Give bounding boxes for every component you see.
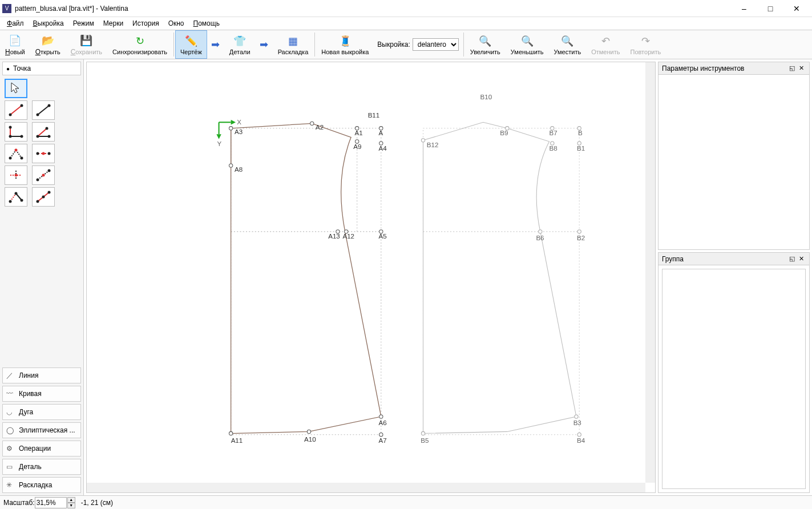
svg-text:Y: Y <box>217 140 221 147</box>
svg-point-22 <box>37 152 39 155</box>
svg-text:X: X <box>237 119 241 126</box>
svg-point-72 <box>379 433 383 436</box>
scale-input[interactable] <box>35 497 67 508</box>
svg-point-34 <box>9 200 12 203</box>
title-bar: V pattern_blusa.val [bra.vit*] - Valenti… <box>0 0 812 17</box>
svg-point-8 <box>9 135 12 138</box>
svg-point-70 <box>379 415 383 418</box>
svg-point-29 <box>37 179 39 181</box>
pattern-combo[interactable]: delantero <box>413 38 459 51</box>
svg-text:A1: A1 <box>354 130 362 136</box>
menu-measurements[interactable]: Мерки <box>99 18 128 29</box>
point-section-label: Точка <box>13 64 31 72</box>
menu-mode[interactable]: Режим <box>68 18 99 29</box>
svg-point-95 <box>577 230 581 233</box>
open-folder-icon: 📂 <box>41 34 55 47</box>
close-panel-icon[interactable]: ✕ <box>797 64 806 73</box>
layout-icon: ▦ <box>286 34 300 48</box>
category-elliptic-label: Эллиптическая ... <box>19 426 75 434</box>
svg-point-31 <box>48 169 51 172</box>
minimize-button[interactable]: – <box>731 0 757 17</box>
arrow-right-icon: ➡ <box>257 38 271 51</box>
pattern-svg: X Y A3 A2 A1 A A9 A4 A8 A13 A12 <box>87 62 645 476</box>
layout-mode-button[interactable]: ▦ Раскладка <box>273 30 314 59</box>
svg-text:A13: A13 <box>328 233 340 240</box>
drawing-canvas[interactable]: X Y A3 A2 A1 A A9 A4 A8 A13 A12 <box>86 62 656 493</box>
sync-button[interactable]: ↻ Синхронизировать <box>107 30 172 59</box>
point-bisector-tool[interactable] <box>5 144 27 163</box>
category-detail[interactable]: ▭Деталь <box>2 459 81 475</box>
maximize-button[interactable]: □ <box>757 0 783 17</box>
category-line[interactable]: ／Линия <box>2 367 81 383</box>
svg-text:B7: B7 <box>550 130 558 136</box>
point-segment-tool[interactable] <box>32 100 55 120</box>
svg-line-32 <box>10 193 16 201</box>
close-panel-icon[interactable]: ✕ <box>797 255 806 264</box>
horizontal-scrollbar[interactable] <box>87 483 645 492</box>
svg-text:A10: A10 <box>304 436 316 443</box>
svg-marker-44 <box>216 134 221 139</box>
pattern-combo-label: Выкройка: <box>377 41 410 49</box>
svg-point-74 <box>307 430 310 433</box>
svg-text:A4: A4 <box>379 145 387 152</box>
undock-icon[interactable]: ◱ <box>787 255 797 264</box>
svg-point-2 <box>21 104 23 107</box>
point-shoulder-tool[interactable] <box>32 144 55 163</box>
save-button[interactable]: 💾 Сохранить <box>66 30 107 59</box>
zoom-in-button[interactable]: 🔍 Увеличить <box>465 30 506 59</box>
svg-point-99 <box>577 433 581 436</box>
svg-text:B4: B4 <box>577 437 585 444</box>
zoom-fit-button[interactable]: 🔍 Уместить <box>549 30 587 59</box>
open-button[interactable]: 📂 Открыть <box>30 30 66 59</box>
svg-text:B1: B1 <box>577 145 585 152</box>
close-button[interactable]: ✕ <box>783 0 810 17</box>
svg-text:B12: B12 <box>427 142 439 148</box>
pointer-tool[interactable] <box>5 79 27 98</box>
svg-point-27 <box>15 174 18 177</box>
detail-icon: ▭ <box>6 463 15 471</box>
menu-window[interactable]: Окно <box>164 18 189 29</box>
new-pattern-button[interactable]: 🧵 Новая выкройка <box>316 30 374 59</box>
layout-small-icon: ✳ <box>6 481 15 489</box>
svg-line-0 <box>10 106 22 115</box>
category-elliptic[interactable]: ◯Эллиптическая ... <box>2 422 81 438</box>
zoom-out-icon: 🔍 <box>520 34 534 48</box>
point-angle-tool[interactable] <box>32 122 55 142</box>
undock-icon[interactable]: ◱ <box>787 64 797 73</box>
point-midpoint-tool[interactable] <box>32 187 55 207</box>
menu-pattern[interactable]: Выкройка <box>29 18 68 29</box>
vertical-scrollbar[interactable] <box>645 62 655 483</box>
svg-point-20 <box>21 157 23 160</box>
svg-text:A11: A11 <box>231 437 243 444</box>
category-layout[interactable]: ✳Раскладка <box>2 477 81 493</box>
new-button[interactable]: 📄 Новый <box>0 30 30 59</box>
zoom-out-button[interactable]: 🔍 Уменьшить <box>506 30 549 59</box>
svg-text:A2: A2 <box>316 124 324 131</box>
menu-history[interactable]: История <box>128 18 164 29</box>
menu-file[interactable]: Файл <box>2 18 29 29</box>
category-arc[interactable]: ◡Дуга <box>2 404 81 420</box>
point-perp-tool[interactable] <box>5 122 27 142</box>
point-intersect-tool[interactable] <box>5 165 27 185</box>
draw-mode-button[interactable]: ✏️ Чертёж <box>175 30 207 59</box>
redo-button[interactable]: ↷ Повторить <box>625 30 666 59</box>
app-icon: V <box>2 4 11 13</box>
svg-text:A3: A3 <box>235 128 243 135</box>
menu-help[interactable]: Помощь <box>189 18 224 29</box>
point-line-tool[interactable] <box>5 100 27 120</box>
category-line-label: Линия <box>19 371 38 379</box>
svg-point-5 <box>48 104 51 107</box>
scale-up-button[interactable]: ▲ <box>67 497 75 503</box>
category-curve[interactable]: 〰Кривая <box>2 386 81 402</box>
svg-point-76 <box>229 431 232 435</box>
undo-button[interactable]: ↶ Отменить <box>586 30 625 59</box>
svg-point-35 <box>15 192 18 195</box>
category-operations[interactable]: ⚙Операции <box>2 441 81 457</box>
scale-down-button[interactable]: ▼ <box>67 503 75 508</box>
arc-icon: ◡ <box>6 408 15 416</box>
svg-text:A6: A6 <box>379 419 387 426</box>
point-section-header[interactable]: ● Точка <box>2 62 81 75</box>
point-along-line-tool[interactable] <box>32 165 55 185</box>
point-triangle-tool[interactable] <box>5 187 27 207</box>
details-mode-button[interactable]: 👕 Детали <box>224 30 256 59</box>
